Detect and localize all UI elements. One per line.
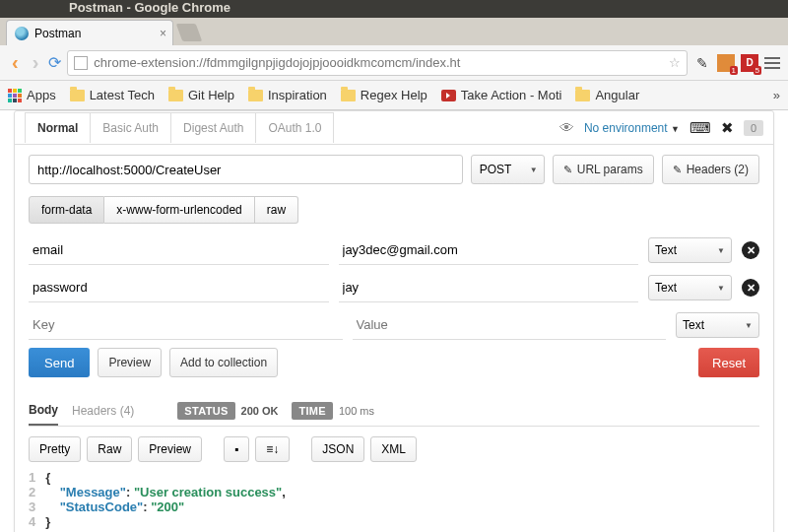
reload-button[interactable]: ⟳ xyxy=(48,53,61,72)
tab-form-data[interactable]: form-data xyxy=(29,196,104,224)
bookmark-apps[interactable]: Apps xyxy=(8,88,56,102)
folder-icon xyxy=(70,90,85,101)
tab-basic-auth[interactable]: Basic Auth xyxy=(91,112,171,143)
browser-tabstrip: Postman × xyxy=(0,18,788,45)
window-titlebar: Postman - Google Chrome xyxy=(0,0,788,18)
folder-icon xyxy=(248,90,263,101)
keyboard-icon[interactable]: ⌨ xyxy=(690,119,711,137)
postman-panel: Normal Basic Auth Digest Auth OAuth 1.0 … xyxy=(14,110,774,532)
reset-button[interactable]: Reset xyxy=(698,348,759,377)
url-params-button[interactable]: ✎URL params xyxy=(553,155,654,184)
type-select[interactable]: Text xyxy=(648,237,732,263)
eyedropper-icon[interactable]: ✎ xyxy=(693,54,711,72)
method-select[interactable]: POST xyxy=(471,155,545,184)
key-input[interactable] xyxy=(29,235,329,265)
raw-button[interactable]: Raw xyxy=(87,436,132,462)
value-input[interactable] xyxy=(339,273,639,302)
extension-orange[interactable]: 1 xyxy=(717,54,735,72)
response-tabs: Body Headers (4) STATUS 200 OK TIME 100 … xyxy=(29,395,759,427)
back-button[interactable]: ‹ xyxy=(8,51,23,74)
folder-icon xyxy=(341,90,356,101)
new-tab-button[interactable] xyxy=(176,24,203,41)
settings-icon[interactable]: ✖ xyxy=(721,119,734,137)
postman-auth-tabs: Normal Basic Auth Digest Auth OAuth 1.0 … xyxy=(15,111,773,145)
tab-raw[interactable]: raw xyxy=(255,196,298,224)
response-controls: Pretty Raw Preview ▪ ≡↓ JSON XML xyxy=(29,436,759,462)
form-rows: Text ✕ Text ✕ Text xyxy=(29,235,759,340)
type-select[interactable]: Text xyxy=(648,275,732,300)
time-label: TIME xyxy=(292,402,332,420)
pretty-button[interactable]: Pretty xyxy=(29,436,81,462)
response-body: 1234 { "Message": "User creation success… xyxy=(29,470,759,529)
send-button[interactable]: Send xyxy=(29,348,90,377)
tab-body[interactable]: Body xyxy=(29,396,58,426)
history-count[interactable]: 0 xyxy=(744,120,763,136)
headers-button[interactable]: ✎Headers (2) xyxy=(662,155,759,184)
preview-response-button[interactable]: Preview xyxy=(138,436,202,462)
tab-normal[interactable]: Normal xyxy=(25,112,91,143)
tab-urlencoded[interactable]: x-www-form-urlencoded xyxy=(104,196,254,224)
type-select[interactable]: Text xyxy=(676,312,759,338)
value-input[interactable] xyxy=(339,235,639,265)
bookmarks-bar: Apps Latest Tech Git Help Inspiration Re… xyxy=(0,81,788,110)
url-input[interactable]: chrome-extension://fdmmgilgnpjigdojojpjo… xyxy=(67,50,688,76)
page-icon xyxy=(74,56,88,70)
tab-label: Postman xyxy=(34,27,81,40)
folder-icon xyxy=(575,90,590,101)
environment-selector[interactable]: No environment ▼ xyxy=(584,121,680,135)
star-icon[interactable]: ☆ xyxy=(669,55,681,70)
bookmark-angular[interactable]: Angular xyxy=(575,88,639,102)
delete-row-icon[interactable]: ✕ xyxy=(742,279,759,297)
body-type-tabs: form-data x-www-form-urlencoded raw xyxy=(29,196,759,224)
hamburger-icon[interactable] xyxy=(764,57,780,69)
bookmark-latest-tech[interactable]: Latest Tech xyxy=(70,88,155,102)
extension-red[interactable]: D5 xyxy=(741,54,758,72)
close-icon[interactable]: × xyxy=(160,27,166,40)
apps-icon xyxy=(8,89,22,102)
browser-tab[interactable]: Postman × xyxy=(6,20,173,45)
time-value: 100 ms xyxy=(339,405,374,417)
edit-icon: ✎ xyxy=(673,164,682,176)
value-input[interactable] xyxy=(353,310,667,340)
form-row: Text ✕ xyxy=(29,235,759,265)
form-row: Text ✕ xyxy=(29,273,759,302)
youtube-icon xyxy=(441,90,456,101)
key-input[interactable] xyxy=(29,310,343,340)
json-button[interactable]: JSON xyxy=(311,436,364,462)
status-label: STATUS xyxy=(177,402,234,420)
copy-icon[interactable]: ▪ xyxy=(224,436,249,462)
delete-row-icon[interactable]: ✕ xyxy=(742,241,759,259)
globe-icon xyxy=(15,27,29,40)
window-title: Postman - Google Chrome xyxy=(69,0,230,15)
eye-icon[interactable]: 👁 xyxy=(559,119,574,136)
edit-icon: ✎ xyxy=(563,164,572,176)
preview-button[interactable]: Preview xyxy=(98,348,162,377)
bookmark-git-help[interactable]: Git Help xyxy=(168,88,234,102)
xml-button[interactable]: XML xyxy=(370,436,417,462)
request-actions: Send Preview Add to collection Reset xyxy=(29,348,759,377)
url-text: chrome-extension://fdmmgilgnpjigdojojpjo… xyxy=(94,55,460,70)
request-url-input[interactable] xyxy=(29,155,463,184)
forward-button[interactable]: › xyxy=(29,51,43,74)
add-to-collection-button[interactable]: Add to collection xyxy=(169,348,278,377)
wrap-icon[interactable]: ≡↓ xyxy=(255,436,290,462)
bookmark-take-action[interactable]: Take Action - Moti xyxy=(441,88,562,102)
tab-oauth[interactable]: OAuth 1.0 xyxy=(256,112,334,143)
folder-icon xyxy=(168,90,183,101)
form-row-empty: Text xyxy=(29,310,759,340)
key-input[interactable] xyxy=(29,273,329,302)
chevron-right-icon[interactable]: » xyxy=(773,88,780,102)
response-json[interactable]: { "Message": "User creation success", "S… xyxy=(45,470,286,529)
browser-toolbar: ‹ › ⟳ chrome-extension://fdmmgilgnpjigdo… xyxy=(0,45,788,81)
tab-digest-auth[interactable]: Digest Auth xyxy=(171,112,256,143)
bookmark-inspiration[interactable]: Inspiration xyxy=(248,88,327,102)
bookmark-regex-help[interactable]: Regex Help xyxy=(341,88,427,102)
request-bar: POST ✎URL params ✎Headers (2) xyxy=(29,155,759,184)
status-value: 200 OK xyxy=(241,405,279,417)
line-numbers: 1234 xyxy=(29,470,45,529)
tab-response-headers[interactable]: Headers (4) xyxy=(72,397,134,425)
